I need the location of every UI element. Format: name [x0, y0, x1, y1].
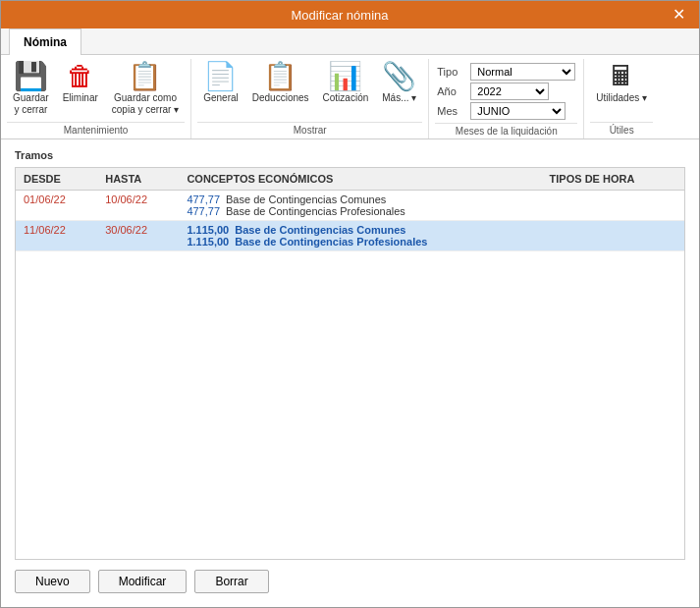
ribbon: 💾 Guardary cerrar 🗑 Eliminar 📋 Guardar c…: [1, 55, 699, 139]
general-button[interactable]: 📄 General: [197, 59, 244, 108]
cotizacion-button[interactable]: 📊 Cotización: [317, 59, 375, 108]
amount-1a: 477,77: [187, 193, 220, 205]
general-label: General: [203, 92, 239, 104]
guardar-cerrar-label: Guardary cerrar: [13, 92, 49, 116]
delete-icon: 🗑: [67, 63, 94, 90]
guardar-cerrar-button[interactable]: 💾 Guardary cerrar: [7, 59, 55, 120]
deducciones-icon: 📋: [263, 63, 297, 90]
mas-label: Más... ▾: [382, 92, 416, 104]
amount-2b: 1.115,00: [187, 236, 229, 248]
main-window: Modificar nómina ✕ Nómina 💾 Guardary cer…: [0, 0, 700, 608]
desc-2b: Base de Contingencias Profesionales: [235, 236, 427, 248]
mas-icon: 📎: [382, 63, 416, 90]
save-icon: 💾: [14, 63, 48, 90]
cell-conceptos-1: 477,77 Base de Contingencias Comunes 477…: [179, 191, 541, 221]
title-bar: Modificar nómina ✕: [1, 1, 699, 28]
ribbon-tabs: Nómina: [1, 28, 699, 55]
table-row[interactable]: 01/06/22 10/06/22 477,77 Base de Conting…: [16, 191, 684, 221]
cotizacion-label: Cotización: [323, 92, 369, 104]
anyo-select[interactable]: 2020 2021 2022 2023: [470, 83, 549, 100]
cell-hasta-1: 10/06/22: [97, 191, 179, 221]
tipo-select[interactable]: Normal Extra Complementaria: [470, 63, 575, 81]
desc-2a: Base de Contingencias Comunes: [235, 224, 405, 236]
content-area: Tramos DESDE HASTA CONCEPTOS ECONÓMICOS …: [1, 139, 699, 607]
cell-hasta-2: 30/06/22: [97, 221, 179, 251]
modificar-button[interactable]: Modificar: [98, 570, 188, 593]
anyo-row: Año 2020 2021 2022 2023: [437, 83, 549, 100]
tramos-table-container: DESDE HASTA CONCEPTOS ECONÓMICOS TIPOS D…: [15, 167, 685, 560]
tramos-section-label: Tramos: [15, 149, 685, 161]
amount-1b: 477,77: [187, 205, 220, 217]
mes-label: Mes: [437, 105, 466, 117]
col-hasta: HASTA: [97, 168, 179, 191]
calculator-icon: 🖩: [608, 63, 635, 90]
mes-select[interactable]: ENEROFEBREROMARZO ABRILMAYOJUNIO JULIOAG…: [470, 102, 565, 120]
tipo-row: Tipo Normal Extra Complementaria: [437, 63, 575, 81]
table-row[interactable]: 11/06/22 30/06/22 1.115,00 Base de Conti…: [16, 221, 684, 251]
group-mantenimiento: 💾 Guardary cerrar 🗑 Eliminar 📋 Guardar c…: [1, 59, 191, 138]
cell-tipos-2: [542, 221, 684, 251]
footer-buttons: Nuevo Modificar Borrar: [15, 560, 685, 597]
mes-row: Mes ENEROFEBREROMARZO ABRILMAYOJUNIO JUL…: [437, 102, 565, 120]
eliminar-label: Eliminar: [63, 92, 98, 104]
copy-save-icon: 📋: [128, 63, 162, 90]
cell-conceptos-2: 1.115,00 Base de Contingencias Comunes 1…: [179, 221, 541, 251]
borrar-button[interactable]: Borrar: [194, 570, 268, 593]
anyo-label: Año: [437, 85, 466, 97]
tab-nomina[interactable]: Nómina: [9, 28, 81, 55]
nuevo-button[interactable]: Nuevo: [15, 570, 90, 593]
utilidades-button[interactable]: 🖩 Utilidades ▾: [590, 59, 653, 108]
tramos-table: DESDE HASTA CONCEPTOS ECONÓMICOS TIPOS D…: [16, 168, 684, 251]
group-meses: Tipo Normal Extra Complementaria Año 202…: [429, 59, 584, 138]
col-tipos: TIPOS DE HORA: [542, 168, 684, 191]
group-mostrar: 📄 General 📋 Deducciones 📊 Cotización 📎 M…: [191, 59, 429, 138]
mostrar-label: Mostrar: [197, 122, 422, 137]
guardar-copia-button[interactable]: 📋 Guardar comocopia y cerrar ▾: [106, 59, 185, 120]
meses-label: Meses de la liquidación: [435, 123, 577, 137]
eliminar-button[interactable]: 🗑 Eliminar: [57, 59, 104, 108]
desc-1b: Base de Contingencias Profesionales: [226, 205, 405, 217]
table-header-row: DESDE HASTA CONCEPTOS ECONÓMICOS TIPOS D…: [16, 168, 684, 191]
deducciones-button[interactable]: 📋 Deducciones: [246, 59, 315, 108]
cell-tipos-1: [542, 191, 684, 221]
col-desde: DESDE: [16, 168, 97, 191]
col-conceptos: CONCEPTOS ECONÓMICOS: [179, 168, 541, 191]
cell-desde-2: 11/06/22: [16, 221, 97, 251]
guardar-copia-label: Guardar comocopia y cerrar ▾: [112, 92, 179, 116]
utilidades-label: Utilidades ▾: [596, 92, 647, 104]
mantenimiento-label: Mantenimiento: [7, 122, 185, 137]
cell-desde-1: 01/06/22: [16, 191, 97, 221]
desc-1a: Base de Contingencias Comunes: [226, 193, 386, 205]
deducciones-label: Deducciones: [252, 92, 309, 104]
window-title: Modificar nómina: [11, 8, 669, 23]
group-utilidades: 🖩 Utilidades ▾ Útiles: [584, 59, 659, 138]
cotizacion-icon: 📊: [328, 63, 362, 90]
tipo-label: Tipo: [437, 66, 466, 78]
amount-2a: 1.115,00: [187, 224, 229, 236]
mas-button[interactable]: 📎 Más... ▾: [376, 59, 422, 108]
general-icon: 📄: [203, 63, 238, 90]
utiles-label: Útiles: [590, 122, 653, 137]
close-button[interactable]: ✕: [669, 7, 689, 23]
